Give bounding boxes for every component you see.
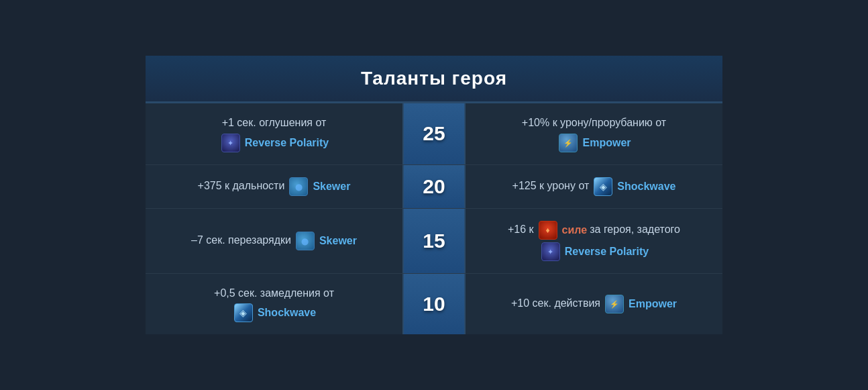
page-title: Таланты героя <box>146 68 722 89</box>
talent-text-right-25: +10% к урону/прорубанию от <box>522 115 666 130</box>
talent-level-20: 20 <box>404 165 464 208</box>
empower-icon-25 <box>559 134 578 152</box>
empower-icon-10 <box>605 295 624 313</box>
talent-cell-left-10[interactable]: +0,5 сек. замедления от Shockwave <box>146 274 404 334</box>
talent-text-right-20: +125 к урону от <box>512 179 590 193</box>
talent-text-left-15: –7 сек. перезарядки <box>191 233 291 248</box>
skill-name-right-25: Empower <box>582 137 631 149</box>
talent-text-right-10: +10 сек. действия <box>511 296 600 311</box>
skill-name-right-20: Shockwave <box>617 181 675 193</box>
talent-table: Таланты героя +1 сек. оглушения от Rever… <box>146 56 722 334</box>
strength-label-15: силе <box>562 224 588 236</box>
talent-cell-left-25[interactable]: +1 сек. оглушения от Reverse Polarity <box>146 103 404 164</box>
talent-cell-right-20[interactable]: +125 к урону от Shockwave <box>464 165 722 208</box>
skill-name-right-10: Empower <box>629 298 677 310</box>
skewer-icon-20-left <box>289 177 308 196</box>
reverse-polarity-icon-15 <box>541 242 560 261</box>
talent-row-10: +0,5 сек. замедления от Shockwave 10 +10… <box>146 274 722 334</box>
talent-text-left-10: +0,5 сек. замедления от <box>214 286 334 301</box>
shockwave-icon-20 <box>594 177 612 196</box>
talent-cell-right-10[interactable]: +10 сек. действия Empower <box>464 274 722 334</box>
talent-text-left-20: +375 к дальности <box>198 179 285 193</box>
reverse-polarity-icon <box>221 134 240 152</box>
strength-icon-15 <box>539 221 557 240</box>
talent-text-left-25: +1 сек. оглушения от <box>222 115 327 130</box>
skewer-icon-15 <box>296 232 315 250</box>
talent-text-right-15-b: за героя, задетого <box>590 222 680 237</box>
shockwave-icon-10 <box>234 303 253 322</box>
skill-name-right-15: Reverse Polarity <box>565 246 649 258</box>
talent-level-10: 10 <box>404 274 464 334</box>
skill-name-left-25: Reverse Polarity <box>245 137 329 149</box>
talent-cell-left-15[interactable]: –7 сек. перезарядки Skewer <box>146 209 404 273</box>
talent-cell-right-25[interactable]: +10% к урону/прорубанию от Empower <box>464 103 722 164</box>
skill-name-left-15: Skewer <box>319 235 357 247</box>
talent-level-15: 15 <box>404 209 464 273</box>
talent-row-20: +375 к дальности Skewer 20 +125 к урону … <box>146 165 722 209</box>
talent-text-right-15-a: +16 к <box>508 222 534 237</box>
skill-name-left-20: Skewer <box>313 181 350 193</box>
talent-row-15: –7 сек. перезарядки Skewer 15 +16 к силе… <box>146 209 722 274</box>
talent-cell-left-20[interactable]: +375 к дальности Skewer <box>146 165 404 208</box>
talent-level-25: 25 <box>404 103 464 164</box>
talent-cell-right-15[interactable]: +16 к силе за героя, задетого Reverse Po… <box>464 209 722 273</box>
talent-row-25: +1 сек. оглушения от Reverse Polarity 25… <box>146 103 722 164</box>
title-row: Таланты героя <box>146 56 722 101</box>
skill-name-left-10: Shockwave <box>258 307 316 319</box>
